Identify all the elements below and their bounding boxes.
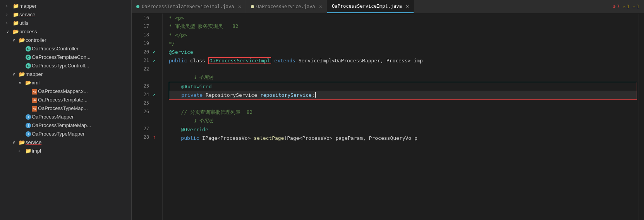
gutter-line-22: 22 [132,65,160,73]
gutter-line-usage1 [132,73,160,82]
line-number: 20 [138,49,149,55]
gutter-icon-17 [151,23,158,30]
editor-area: OaProcessTemplateServiceImpl.java × OaPr… [132,0,644,220]
sidebar-item-label: mapper [26,71,128,77]
info-count: ⚠ 1 [633,4,639,9]
gutter-line-24: 24 ↗ [132,90,160,99]
line-number: 28 [138,134,149,140]
gutter-icon-26 [151,108,158,115]
sidebar-item-oaprocesstypemapper[interactable]: › I OaProcessTypeMapper [0,129,131,138]
sidebar-item-label: service [19,12,128,17]
tab-dot-yellow [251,5,254,8]
gutter-icon-27 [151,125,158,132]
tab-label: OaProcessTemplateServiceImpl.java [142,4,234,9]
sidebar-item-oaprocesscontroller[interactable]: › C OaProcessController [0,44,131,53]
sidebar-item-impl[interactable]: › 📁 impl [0,146,131,155]
code-line-20: @Service [169,48,639,56]
sidebar-item-xml[interactable]: ∨ 📂 xml [0,78,131,87]
line-number: 23 [138,83,149,89]
sidebar-item-oaprocesstypecontroll[interactable]: › C OaProcessTypeControll... [0,61,131,70]
xml-icon: ≺/ [31,88,38,95]
tab-dot-green [136,5,139,8]
gutter-icon-19 [151,40,158,47]
gutter-line-26: 26 [132,107,160,116]
gutter-icon-22 [151,65,158,72]
folder-open-icon: 📂 [12,29,19,34]
tab-close-icon[interactable]: × [406,3,409,9]
gutter-line-21: 21 ↗ [132,56,160,65]
sidebar-item-utils[interactable]: › 📁 utils [0,19,131,27]
xml-icon: ≺/ [31,105,38,112]
sidebar-item-label: OaProcessTemplateCon... [32,54,128,60]
editor-content: 16 17 18 19 20 ✔ [132,14,644,220]
line-number: 27 [138,126,149,131]
error-circle-icon: ⊘ [613,4,616,9]
sidebar-item-label: OaProcessTemplateMap... [32,122,128,128]
sidebar-item-label: service [26,139,128,145]
folder-open-icon: 📂 [19,71,26,77]
sidebar-item-oaprocesstypemapxml[interactable]: › ≺/ OaProcessTypeMap... [0,104,131,112]
interface-icon: I [25,122,32,128]
sidebar-item-service-process[interactable]: ∨ 📂 service [0,138,131,146]
usage-hint-2: 1 个用法 [169,117,639,125]
info-triangle-icon: ⚠ [633,4,635,9]
interface-icon: I [25,113,32,120]
scrollbar[interactable] [639,14,644,220]
tab-oaprocesstemplateserviceimpl[interactable]: OaProcessTemplateServiceImpl.java × [132,0,246,13]
sidebar-item-controller[interactable]: ∨ 📂 controller [0,36,131,44]
code-line-28: public IPage<ProcessVo> selectPage (Page… [169,134,639,142]
folder-icon: 📁 [25,148,32,154]
sidebar-item-process[interactable]: ∨ 📂 process [0,27,131,36]
tab-close-icon[interactable]: × [319,3,322,10]
sidebar-item-mapper[interactable]: › 📁 mapper [0,2,131,10]
sidebar-item-oaprocesstemplatemap[interactable]: › I OaProcessTemplateMap... [0,121,131,129]
error-count: ⊘ 7 [613,4,620,9]
warning-count: ⚠ 1 [623,4,629,9]
tab-close-icon[interactable]: × [238,3,241,10]
code-line-27: @Override [169,125,639,134]
gutter-line-27: 27 [132,124,160,133]
code-text-area[interactable]: * <p> * 审批类型 服务实现类 82 * </p> */ @Service… [163,14,639,220]
gutter-line-17: 17 [132,22,160,31]
folder-open-icon: 📂 [19,37,26,43]
line-number: 17 [138,24,149,29]
gutter-line-23: 23 [132,82,160,90]
sidebar-item-oaprocessmapperxml[interactable]: › ≺/ OaProcessMapper.x... [0,87,131,95]
sidebar-item-service-top[interactable]: › 📁 service [0,10,131,19]
sidebar-item-label: OaProcessController [32,46,128,52]
sidebar-item-oaprocesstemplatecont[interactable]: › C OaProcessTemplateCon... [0,53,131,61]
line-number: 21 [138,58,149,63]
warning-triangle-icon: ⚠ [623,4,625,9]
line-number-gutter: 16 17 18 19 20 ✔ [132,14,163,220]
gutter-line-20: 20 ✔ [132,48,160,56]
tab-bar: OaProcessTemplateServiceImpl.java × OaPr… [132,0,644,14]
folder-open-icon: 📂 [19,139,26,145]
code-line-19: */ [169,39,639,48]
sidebar-item-label: mapper [19,3,128,9]
interface-icon: I [25,131,32,137]
line-number: 16 [138,15,149,21]
gutter-icon-20: ✔ [151,48,158,55]
gutter-icon-28: ↑ [151,134,158,141]
folder-icon: 📁 [12,20,19,26]
sidebar-item-label: controller [26,37,128,43]
cursor-caret [315,92,316,98]
class-icon: C [25,62,32,69]
line-number: 25 [138,100,149,106]
tab-oaprocessserviceimpl[interactable]: OaProcessServiceImpl.java × [327,0,414,13]
code-line-18: * </p> [169,31,639,39]
code-line-26: // 分页查询审批管理列表 82 [169,108,639,117]
line-number: 22 [138,66,149,72]
sidebar-item-oaprocesstemplatexml[interactable]: › ≺/ OaProcessTemplate... [0,95,131,104]
gutter-line-18: 18 [132,31,160,39]
sidebar-item-label: xml [32,80,128,86]
sidebar-item-label: utils [19,20,128,26]
tab-oaprocessservice[interactable]: OaProcessService.java × [246,0,327,13]
gutter-icon-25 [151,100,158,107]
gutter-icon-usage2 [151,117,158,124]
tab-label: OaProcessService.java [256,4,315,9]
sidebar-item-oaprocessmapper-i[interactable]: › I OaProcessMapper [0,112,131,121]
sidebar-item-label: OaProcessTemplate... [38,97,128,103]
sidebar-item-label: OaProcessMapper.x... [38,88,128,94]
sidebar-item-mapper-process[interactable]: ∨ 📂 mapper [0,70,131,78]
